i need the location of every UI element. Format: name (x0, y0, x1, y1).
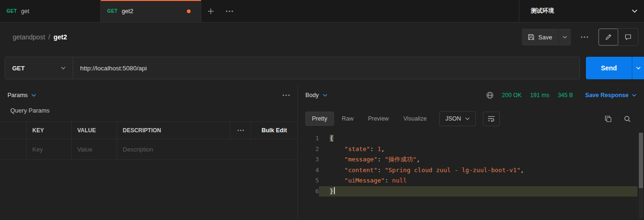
url-box: GET (5, 57, 580, 79)
environment-selector[interactable]: 测试环境 (519, 0, 644, 22)
table-header-row: KEY VALUE DESCRIPTION Bulk Edit (0, 122, 297, 139)
documentation-button[interactable] (599, 29, 618, 46)
new-tab-button[interactable] (201, 0, 220, 22)
bulk-edit-button[interactable]: Bulk Edit (251, 122, 297, 139)
param-value-input[interactable] (77, 146, 117, 153)
more-dots-icon (237, 129, 244, 131)
tab-options-button[interactable] (220, 0, 239, 22)
chevron-down-icon (323, 94, 327, 97)
code-line[interactable]: 5 "uiMessage": null (298, 175, 644, 186)
code-line[interactable]: 6} (298, 186, 644, 197)
method-dropdown[interactable]: GET (5, 57, 73, 79)
search-response-button[interactable] (624, 115, 631, 122)
tab-raw[interactable]: Raw (335, 112, 360, 126)
copy-response-button[interactable] (605, 115, 612, 122)
breadcrumb-separator: / (48, 33, 50, 41)
response-tools (605, 115, 637, 122)
text-cursor (334, 187, 335, 194)
params-header-row: Params (0, 84, 297, 106)
more-dots-icon (226, 10, 233, 12)
response-time: 191 ms (530, 92, 549, 99)
send-button-group: Send (586, 57, 644, 79)
param-row (0, 139, 297, 160)
response-view-tabs: Pretty Raw Preview Visualize JSON (298, 106, 644, 131)
method-badge: GET (7, 8, 17, 14)
chevron-down-icon (31, 94, 36, 97)
code-text: } (319, 186, 637, 197)
header-key: KEY (27, 122, 72, 139)
response-body-label: Body (305, 92, 319, 99)
code-text: "message": "操作成功", (319, 154, 637, 165)
line-number: 3 (298, 154, 319, 165)
sidebar-toggle-group (598, 28, 638, 46)
param-key-input[interactable] (32, 146, 71, 153)
environment-name: 测试环境 (531, 7, 554, 15)
send-options-button[interactable] (632, 57, 644, 79)
save-response-button[interactable]: Save Response (585, 92, 637, 99)
network-globe-icon[interactable] (486, 91, 494, 99)
save-options-button[interactable] (558, 29, 571, 46)
plus-icon (207, 8, 214, 15)
code-text: "state": 1, (319, 144, 637, 155)
tab-title: get (21, 8, 29, 15)
columns-options-button[interactable] (230, 122, 251, 139)
url-input[interactable] (73, 57, 579, 79)
query-params-table: KEY VALUE DESCRIPTION Bulk Edit (0, 121, 297, 160)
request-tab-bar: GET get GET get2 测试环境 (0, 0, 644, 23)
code-line[interactable]: 3 "message": "操作成功", (298, 154, 644, 165)
line-number: 4 (298, 165, 319, 176)
params-section-dropdown[interactable]: Params (7, 92, 36, 99)
tab-preview[interactable]: Preview (362, 112, 395, 126)
response-editor[interactable]: 1{2 "state": 1,3 "message": "操作成功",4 "co… (298, 131, 644, 220)
request-header-row: getandpost / get2 Save (0, 23, 644, 52)
chevron-down-icon (636, 67, 641, 69)
comments-button[interactable] (618, 29, 638, 46)
chevron-down-icon (465, 117, 470, 120)
param-description-input[interactable] (123, 146, 297, 153)
code-line[interactable]: 1{ (298, 133, 644, 144)
code-line[interactable]: 4 "content": "Spring cloud zuul - lg-zuu… (298, 165, 644, 176)
response-size: 345 B (558, 92, 573, 99)
more-dots-icon (282, 94, 290, 96)
chevron-down-icon (632, 9, 637, 13)
response-panel: Body 200 OK 191 ms 345 B Save Response P… (298, 84, 644, 220)
code-text: { (319, 133, 637, 144)
code-text: "content": "Spring cloud zuul - lg-zuul-… (319, 165, 637, 176)
copy-icon (605, 115, 612, 122)
header-select-cell (0, 122, 27, 139)
code-text: "uiMessage": null (319, 175, 637, 186)
query-params-label: Query Params (0, 106, 297, 121)
method-badge: GET (107, 8, 118, 14)
breadcrumb-collection[interactable]: getandpost (13, 33, 45, 41)
code-line[interactable]: 2 "state": 1, (298, 144, 644, 155)
save-button-label: Save (538, 34, 552, 41)
tab-title: get2 (122, 8, 133, 15)
line-number: 2 (298, 144, 319, 155)
wrap-lines-button[interactable] (483, 112, 500, 126)
tab-visualize[interactable]: Visualize (397, 112, 433, 126)
chevron-down-icon (61, 67, 66, 69)
save-button[interactable]: Save (522, 29, 558, 46)
code-lines: 1{2 "state": 1,3 "message": "操作成功",4 "co… (298, 133, 644, 197)
editor-scrollbar[interactable] (639, 133, 643, 219)
response-body-dropdown[interactable]: Body (305, 92, 327, 99)
send-button[interactable]: Send (586, 57, 632, 79)
breadcrumb: getandpost / get2 (13, 33, 67, 41)
tab-pretty[interactable]: Pretty (305, 112, 334, 126)
search-icon (624, 115, 631, 122)
comment-icon (625, 34, 631, 40)
save-button-group: Save (522, 29, 571, 46)
pencil-icon (605, 34, 612, 40)
params-more-options-button[interactable] (282, 94, 290, 96)
scrollbar-thumb[interactable] (639, 133, 643, 188)
line-number: 6 (298, 186, 319, 197)
request-more-options-button[interactable] (578, 33, 591, 41)
request-tab-get2[interactable]: GET get2 (101, 0, 201, 22)
breadcrumb-request-name[interactable]: get2 (53, 33, 67, 41)
unsaved-changes-dot (187, 9, 191, 13)
format-dropdown[interactable]: JSON (439, 111, 476, 126)
request-tab-get[interactable]: GET get (0, 0, 101, 22)
row-select-cell (0, 139, 27, 159)
header-value: VALUE (72, 122, 117, 139)
tabbar-spacer (239, 0, 519, 22)
